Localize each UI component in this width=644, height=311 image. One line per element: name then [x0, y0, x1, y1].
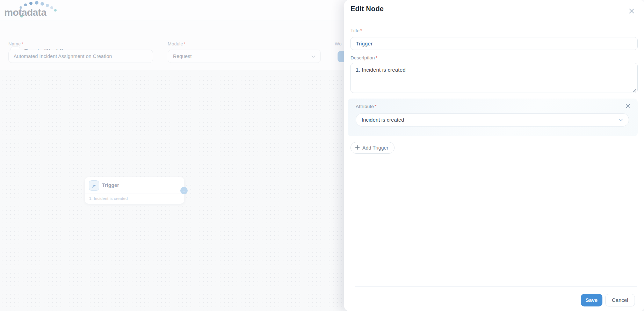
required-asterisk: * — [184, 41, 186, 46]
trigger-node[interactable]: Trigger 1. Incident is created + — [85, 177, 184, 204]
logo-dot — [46, 4, 49, 7]
attribute-field-label: Attribute* — [356, 104, 377, 109]
required-asterisk: * — [21, 41, 23, 46]
motadata-logo: motadata — [4, 1, 64, 20]
save-button[interactable]: Save — [581, 294, 602, 306]
trigger-node-description: 1. Incident is created — [89, 196, 128, 201]
attribute-select[interactable]: Incident is created — [356, 113, 629, 126]
module-field-label: Module* — [168, 41, 186, 46]
logo-dot — [24, 3, 27, 6]
chevron-down-icon — [618, 117, 623, 123]
add-trigger-button[interactable]: Add Trigger — [350, 142, 395, 154]
remove-attribute-icon[interactable] — [624, 103, 631, 110]
drawer-footer-divider — [355, 287, 637, 287]
app-window: motadata Create Workflow Name* Module* R… — [0, 0, 644, 311]
workflow-name-input[interactable] — [8, 50, 153, 63]
chevron-down-icon — [311, 53, 316, 59]
add-node-plus-button[interactable]: + — [180, 187, 188, 194]
module-select-value: Request — [173, 53, 192, 59]
cancel-button[interactable]: Cancel — [605, 294, 635, 306]
trigger-icon — [89, 180, 99, 191]
trigger-node-title: Trigger — [102, 182, 119, 188]
workflow-truncated-label: Wo — [335, 41, 342, 46]
edit-node-drawer: Edit Node Title* Description* 1. Inciden… — [344, 0, 644, 311]
required-asterisk: * — [360, 28, 362, 33]
logo-dot — [29, 2, 32, 5]
node-title-input[interactable] — [350, 37, 638, 50]
node-description-textarea[interactable]: 1. Incident is created — [350, 63, 638, 93]
logo-wordmark: motadata — [4, 7, 46, 18]
drawer-title: Edit Node — [350, 5, 384, 13]
required-asterisk: * — [376, 55, 377, 60]
drawer-header-divider — [350, 22, 638, 22]
add-trigger-label: Add Trigger — [362, 145, 389, 151]
module-select[interactable]: Request — [168, 50, 321, 63]
attribute-select-value: Incident is created — [362, 117, 404, 123]
logo-dot — [54, 9, 57, 12]
logo-dot — [50, 6, 53, 9]
logo-dot — [35, 1, 38, 5]
description-field-label: Description* — [350, 55, 377, 60]
plus-icon — [355, 145, 360, 151]
trigger-node-header: Trigger — [85, 177, 184, 194]
close-icon[interactable] — [628, 7, 635, 15]
title-field-label: Title* — [350, 28, 362, 33]
attribute-card: Attribute* Incident is created — [348, 99, 638, 136]
name-field-label: Name* — [8, 41, 23, 46]
logo-dot — [41, 2, 44, 6]
required-asterisk: * — [375, 104, 376, 109]
